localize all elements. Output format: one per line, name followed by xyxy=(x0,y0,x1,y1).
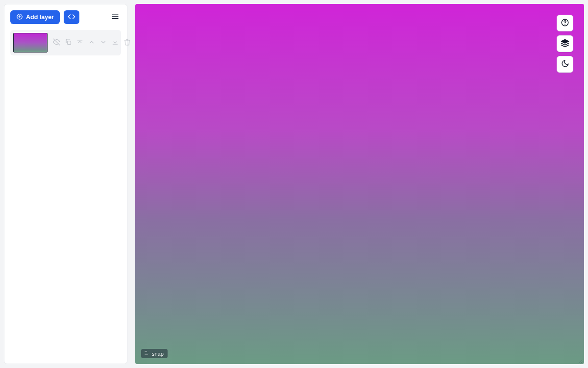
layers-panel-button[interactable] xyxy=(557,35,573,52)
resize-icon xyxy=(577,357,583,364)
add-layer-label: Add layer xyxy=(26,14,54,21)
layer-card[interactable] xyxy=(10,30,121,55)
svg-line-16 xyxy=(579,360,582,363)
snap-label: snap xyxy=(152,351,164,357)
layer-move-down-button[interactable] xyxy=(99,39,107,47)
plus-circle-icon xyxy=(16,13,23,22)
chevron-down-icon xyxy=(100,39,107,47)
canvas[interactable]: snap xyxy=(135,4,584,364)
arrow-bottom-icon xyxy=(112,39,119,47)
layer-delete-button[interactable] xyxy=(123,39,131,47)
trash-icon xyxy=(123,38,131,47)
svg-marker-12 xyxy=(562,39,569,43)
layer-thumbnail[interactable] xyxy=(13,33,48,53)
menu-button[interactable] xyxy=(109,11,121,23)
snap-icon xyxy=(144,350,149,357)
layer-move-up-button[interactable] xyxy=(88,39,96,47)
layer-toggle-visibility-button[interactable] xyxy=(52,39,60,47)
code-button[interactable] xyxy=(64,10,79,24)
layer-actions xyxy=(50,39,131,47)
floating-tools xyxy=(557,15,573,73)
help-button[interactable] xyxy=(557,15,573,31)
menu-icon xyxy=(111,12,120,23)
layer-move-bottom-button[interactable] xyxy=(111,39,119,47)
help-circle-icon xyxy=(561,18,569,28)
chevron-up-icon xyxy=(88,39,95,47)
sidebar-header: Add layer xyxy=(10,10,121,24)
add-layer-button[interactable]: Add layer xyxy=(10,10,60,24)
sidebar: Add layer xyxy=(4,4,127,364)
canvas-resize-handle[interactable] xyxy=(577,357,583,363)
moon-icon xyxy=(561,59,569,69)
eye-off-icon xyxy=(53,38,60,47)
arrow-top-icon xyxy=(76,39,83,47)
snap-toggle[interactable]: snap xyxy=(141,349,168,358)
svg-rect-7 xyxy=(67,41,71,45)
code-icon xyxy=(68,13,75,22)
layers-icon xyxy=(561,39,569,49)
layer-duplicate-button[interactable] xyxy=(64,39,72,47)
dark-mode-button[interactable] xyxy=(557,56,573,73)
svg-line-17 xyxy=(581,362,582,363)
layer-move-top-button[interactable] xyxy=(76,39,84,47)
copy-icon xyxy=(65,38,72,47)
